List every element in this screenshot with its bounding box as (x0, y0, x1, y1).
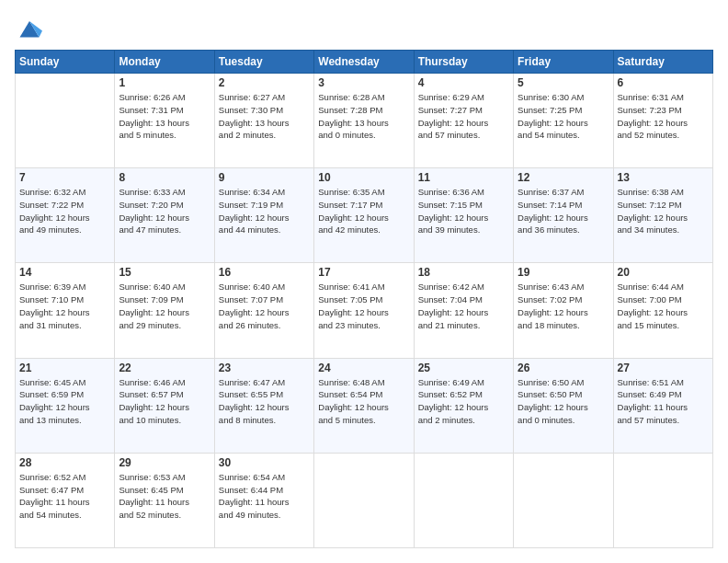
calendar-cell: 10Sunrise: 6:35 AMSunset: 7:17 PMDayligh… (314, 168, 414, 263)
day-header-saturday: Saturday (613, 51, 712, 74)
day-number: 10 (318, 171, 409, 184)
calendar-cell: 24Sunrise: 6:48 AMSunset: 6:54 PMDayligh… (314, 358, 414, 453)
day-info: Sunrise: 6:28 AMSunset: 7:28 PMDaylight:… (318, 91, 409, 142)
day-number: 24 (318, 362, 409, 374)
day-number: 7 (19, 171, 110, 184)
calendar-cell: 30Sunrise: 6:54 AMSunset: 6:44 PMDayligh… (214, 453, 313, 547)
day-info: Sunrise: 6:44 AMSunset: 7:00 PMDaylight:… (618, 281, 709, 331)
calendar-cell: 11Sunrise: 6:36 AMSunset: 7:15 PMDayligh… (414, 168, 513, 263)
calendar-cell: 17Sunrise: 6:41 AMSunset: 7:05 PMDayligh… (314, 263, 414, 358)
calendar-cell: 1Sunrise: 6:26 AMSunset: 7:31 PMDaylight… (115, 74, 214, 168)
logo (15, 15, 42, 40)
day-number: 29 (119, 456, 210, 469)
calendar-cell: 7Sunrise: 6:32 AMSunset: 7:22 PMDaylight… (16, 168, 115, 263)
calendar-cell (514, 453, 613, 547)
calendar-cell: 3Sunrise: 6:28 AMSunset: 7:28 PMDaylight… (314, 74, 414, 168)
day-number: 5 (518, 76, 609, 89)
day-number: 17 (318, 266, 409, 279)
day-info: Sunrise: 6:34 AMSunset: 7:19 PMDaylight:… (219, 186, 310, 236)
day-number: 8 (119, 171, 210, 184)
calendar-cell: 26Sunrise: 6:50 AMSunset: 6:50 PMDayligh… (514, 358, 613, 453)
day-number: 11 (418, 171, 509, 184)
day-info: Sunrise: 6:53 AMSunset: 6:45 PMDaylight:… (119, 471, 210, 522)
calendar-cell: 29Sunrise: 6:53 AMSunset: 6:45 PMDayligh… (115, 453, 214, 547)
day-info: Sunrise: 6:40 AMSunset: 7:07 PMDaylight:… (219, 281, 310, 331)
day-header-thursday: Thursday (414, 51, 513, 74)
calendar-cell (16, 74, 115, 168)
day-header-monday: Monday (115, 51, 214, 74)
day-info: Sunrise: 6:29 AMSunset: 7:27 PMDaylight:… (418, 91, 509, 142)
calendar-cell: 21Sunrise: 6:45 AMSunset: 6:59 PMDayligh… (16, 358, 115, 453)
calendar-cell: 12Sunrise: 6:37 AMSunset: 7:14 PMDayligh… (514, 168, 613, 263)
day-info: Sunrise: 6:42 AMSunset: 7:04 PMDaylight:… (418, 281, 509, 331)
day-number: 15 (119, 266, 210, 279)
day-info: Sunrise: 6:47 AMSunset: 6:55 PMDaylight:… (219, 376, 310, 427)
calendar-cell: 14Sunrise: 6:39 AMSunset: 7:10 PMDayligh… (16, 263, 115, 358)
calendar-week-1: 1Sunrise: 6:26 AMSunset: 7:31 PMDaylight… (16, 74, 713, 168)
day-info: Sunrise: 6:26 AMSunset: 7:31 PMDaylight:… (119, 91, 210, 142)
calendar-table: SundayMondayTuesdayWednesdayThursdayFrid… (15, 50, 713, 548)
day-number: 26 (518, 362, 609, 374)
day-number: 14 (19, 266, 110, 279)
day-number: 25 (418, 362, 509, 374)
calendar-week-2: 7Sunrise: 6:32 AMSunset: 7:22 PMDaylight… (16, 168, 713, 263)
day-info: Sunrise: 6:43 AMSunset: 7:02 PMDaylight:… (518, 281, 609, 331)
day-info: Sunrise: 6:46 AMSunset: 6:57 PMDaylight:… (119, 376, 210, 427)
day-info: Sunrise: 6:49 AMSunset: 6:52 PMDaylight:… (418, 376, 509, 427)
calendar-week-5: 28Sunrise: 6:52 AMSunset: 6:47 PMDayligh… (16, 453, 713, 547)
day-header-wednesday: Wednesday (314, 51, 414, 74)
day-number: 21 (19, 362, 110, 374)
calendar-cell: 16Sunrise: 6:40 AMSunset: 7:07 PMDayligh… (214, 263, 313, 358)
calendar-cell: 13Sunrise: 6:38 AMSunset: 7:12 PMDayligh… (613, 168, 712, 263)
day-info: Sunrise: 6:30 AMSunset: 7:25 PMDaylight:… (518, 91, 609, 142)
calendar-cell: 9Sunrise: 6:34 AMSunset: 7:19 PMDaylight… (214, 168, 313, 263)
calendar-cell: 27Sunrise: 6:51 AMSunset: 6:49 PMDayligh… (613, 358, 712, 453)
day-number: 16 (219, 266, 310, 279)
header (15, 15, 713, 40)
day-info: Sunrise: 6:37 AMSunset: 7:14 PMDaylight:… (518, 186, 609, 236)
calendar-header-row: SundayMondayTuesdayWednesdayThursdayFrid… (16, 51, 713, 74)
day-number: 13 (618, 171, 709, 184)
logo-icon (17, 15, 42, 40)
day-number: 3 (318, 76, 409, 89)
day-number: 1 (119, 76, 210, 89)
day-number: 19 (518, 266, 609, 279)
calendar-cell: 5Sunrise: 6:30 AMSunset: 7:25 PMDaylight… (514, 74, 613, 168)
calendar-cell: 8Sunrise: 6:33 AMSunset: 7:20 PMDaylight… (115, 168, 214, 263)
day-header-friday: Friday (514, 51, 613, 74)
day-info: Sunrise: 6:31 AMSunset: 7:23 PMDaylight:… (618, 91, 709, 142)
day-header-sunday: Sunday (16, 51, 115, 74)
calendar-cell: 28Sunrise: 6:52 AMSunset: 6:47 PMDayligh… (16, 453, 115, 547)
day-number: 9 (219, 171, 310, 184)
calendar-cell (613, 453, 712, 547)
day-number: 23 (219, 362, 310, 374)
day-number: 27 (618, 362, 709, 374)
calendar-cell: 2Sunrise: 6:27 AMSunset: 7:30 PMDaylight… (214, 74, 313, 168)
calendar-cell: 4Sunrise: 6:29 AMSunset: 7:27 PMDaylight… (414, 74, 513, 168)
day-info: Sunrise: 6:50 AMSunset: 6:50 PMDaylight:… (518, 376, 609, 427)
calendar-cell: 25Sunrise: 6:49 AMSunset: 6:52 PMDayligh… (414, 358, 513, 453)
day-number: 28 (19, 456, 110, 469)
day-number: 22 (119, 362, 210, 374)
calendar-cell: 15Sunrise: 6:40 AMSunset: 7:09 PMDayligh… (115, 263, 214, 358)
calendar-week-4: 21Sunrise: 6:45 AMSunset: 6:59 PMDayligh… (16, 358, 713, 453)
calendar-cell: 19Sunrise: 6:43 AMSunset: 7:02 PMDayligh… (514, 263, 613, 358)
day-info: Sunrise: 6:32 AMSunset: 7:22 PMDaylight:… (19, 186, 110, 236)
day-number: 30 (219, 456, 310, 469)
calendar-week-3: 14Sunrise: 6:39 AMSunset: 7:10 PMDayligh… (16, 263, 713, 358)
day-number: 2 (219, 76, 310, 89)
calendar-cell (314, 453, 414, 547)
day-info: Sunrise: 6:51 AMSunset: 6:49 PMDaylight:… (618, 376, 709, 427)
calendar-cell: 6Sunrise: 6:31 AMSunset: 7:23 PMDaylight… (613, 74, 712, 168)
day-number: 6 (618, 76, 709, 89)
day-info: Sunrise: 6:54 AMSunset: 6:44 PMDaylight:… (219, 471, 310, 522)
day-number: 20 (618, 266, 709, 279)
calendar-cell (414, 453, 513, 547)
day-info: Sunrise: 6:52 AMSunset: 6:47 PMDaylight:… (19, 471, 110, 522)
day-info: Sunrise: 6:38 AMSunset: 7:12 PMDaylight:… (618, 186, 709, 236)
page: SundayMondayTuesdayWednesdayThursdayFrid… (0, 0, 728, 563)
day-number: 4 (418, 76, 509, 89)
day-info: Sunrise: 6:33 AMSunset: 7:20 PMDaylight:… (119, 186, 210, 236)
day-info: Sunrise: 6:27 AMSunset: 7:30 PMDaylight:… (219, 91, 310, 142)
day-info: Sunrise: 6:36 AMSunset: 7:15 PMDaylight:… (418, 186, 509, 236)
